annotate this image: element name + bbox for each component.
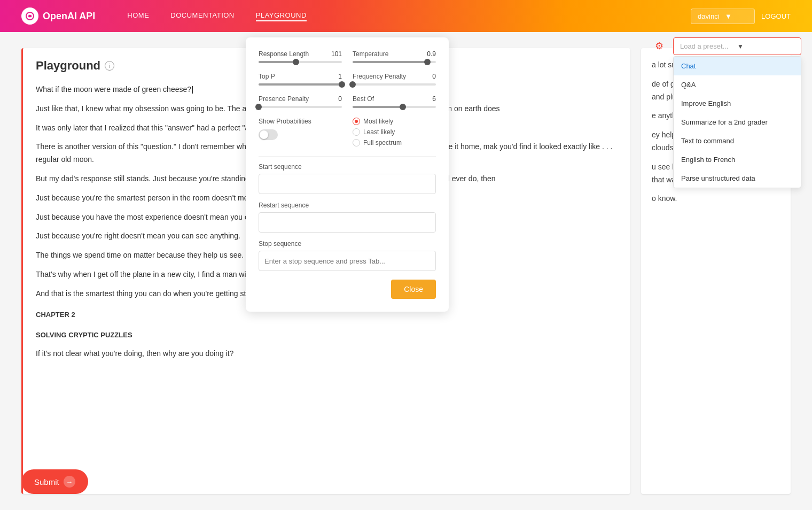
stop-sequence-input[interactable] (259, 251, 436, 271)
preset-item-chat[interactable]: Chat (674, 57, 801, 75)
radio-group: Most likely Least likely Full spectrum (353, 118, 436, 146)
frequency-penalty-slider[interactable] (353, 83, 436, 86)
restart-sequence-input[interactable] (259, 212, 436, 233)
preset-item-text-to-command[interactable]: Text to command (674, 132, 801, 150)
frequency-penalty-label: Frequency Penalty 0 (353, 73, 436, 80)
preset-item-summarize[interactable]: Summarize for a 2nd grader (674, 113, 801, 132)
preset-dropdown: Chat Q&A Improve English Summarize for a… (673, 56, 801, 188)
top-p-slider[interactable] (259, 83, 342, 86)
presence-penalty-label: Presence Penalty 0 (259, 95, 342, 103)
nav-documentation[interactable]: DOCUMENTATION (170, 11, 234, 21)
response-length-slider[interactable] (259, 61, 342, 63)
top-p-thumb (339, 81, 345, 88)
preset-item-improve-english[interactable]: Improve English (674, 94, 801, 113)
settings-row-1: Response Length 101 Temperature 0.9 (259, 50, 436, 63)
preset-area: Load a preset... ▼ Chat Q&A Improve Engl… (673, 37, 801, 188)
radio-label-0: Most likely (363, 118, 393, 125)
main-content: Playground i What if the moon were made … (0, 32, 812, 510)
right-p5: o know. (652, 192, 780, 205)
settings-gear-icon[interactable]: ⚙ (651, 37, 668, 55)
response-length-label: Response Length 101 (259, 50, 342, 58)
logo: OpenAI API (21, 7, 95, 25)
frequency-penalty-col: Frequency Penalty 0 (353, 73, 436, 86)
radio-least-likely[interactable]: Least likely (353, 128, 436, 136)
page-title: Playground (36, 59, 100, 73)
settings-modal: Response Length 101 Temperature 0.9 (246, 37, 449, 312)
preset-selector[interactable]: Load a preset... ▼ (673, 37, 801, 55)
best-of-value: 6 (432, 95, 436, 103)
radio-circle-2 (353, 139, 360, 146)
radio-most-likely[interactable]: Most likely (353, 118, 436, 125)
preset-item-english-to-french[interactable]: English to French (674, 150, 801, 169)
show-probs-col: Show Probabilities (259, 118, 342, 146)
start-sequence-label: Start sequence (259, 163, 436, 171)
best-of-slider[interactable] (353, 106, 436, 108)
best-of-col: Best Of 6 (353, 95, 436, 108)
submit-label: Submit (34, 477, 59, 486)
info-icon[interactable]: i (105, 61, 114, 71)
presence-penalty-thumb (255, 104, 262, 110)
response-length-value: 101 (331, 50, 342, 58)
chapter2-text: If it's not clear what you're doing, the… (36, 347, 618, 360)
logout-button[interactable]: Logout (761, 12, 791, 20)
top-p-col: Top P 1 (259, 73, 342, 86)
radio-circle-0 (353, 118, 360, 125)
temperature-fill (353, 61, 427, 63)
header-right: davinci ▼ Logout (691, 9, 791, 24)
submit-arrow-icon: → (64, 476, 75, 488)
best-of-fill (353, 106, 403, 108)
temperature-slider[interactable] (353, 61, 436, 63)
radio-label-1: Least likely (363, 128, 395, 136)
top-p-fill (259, 83, 342, 86)
response-length-col: Response Length 101 (259, 50, 342, 63)
logo-icon (21, 7, 38, 25)
presence-penalty-slider[interactable] (259, 106, 342, 108)
submit-button[interactable]: Submit → (21, 469, 88, 494)
chevron-down-icon: ▼ (725, 12, 748, 20)
settings-row-4: Show Probabilities Most likely (259, 118, 436, 146)
show-probs-label: Show Probabilities (259, 118, 342, 125)
nav-playground[interactable]: PLAYGROUND (256, 11, 307, 21)
chevron-down-icon: ▼ (737, 43, 794, 50)
radio-dot-0 (355, 120, 358, 123)
radio-label-2: Full spectrum (363, 139, 402, 146)
divider (259, 156, 436, 157)
frequency-penalty-thumb (349, 81, 356, 88)
show-probs-toggle[interactable] (259, 129, 278, 140)
modal-footer: Close (259, 280, 436, 299)
start-sequence-input[interactable] (259, 174, 436, 194)
radio-full-spectrum[interactable]: Full spectrum (353, 139, 436, 146)
response-length-thumb (293, 59, 299, 65)
preset-item-parse-unstructured[interactable]: Parse unstructured data (674, 169, 801, 188)
model-selector[interactable]: davinci ▼ (691, 9, 755, 24)
settings-row-3: Presence Penalty 0 Best Of 6 (259, 95, 436, 108)
response-length-fill (259, 61, 296, 63)
restart-sequence-label: Restart sequence (259, 202, 436, 209)
temperature-value: 0.9 (427, 50, 436, 58)
main-nav: HOME DOCUMENTATION PLAYGROUND (127, 11, 691, 21)
stop-sequence-label: Stop sequence (259, 240, 436, 248)
logo-text: OpenAI API (43, 11, 95, 22)
cursor (192, 86, 193, 94)
temperature-label: Temperature 0.9 (353, 50, 436, 58)
radio-circle-1 (353, 128, 360, 136)
preset-item-qa[interactable]: Q&A (674, 75, 801, 94)
nav-home[interactable]: HOME (127, 11, 149, 21)
top-p-value: 1 (338, 73, 342, 80)
radio-col: Most likely Least likely Full spectrum (353, 118, 436, 146)
settings-row-2: Top P 1 Frequency Penalty 0 (259, 73, 436, 86)
frequency-penalty-value: 0 (432, 73, 436, 80)
temperature-thumb (424, 59, 431, 65)
header: OpenAI API HOME DOCUMENTATION PLAYGROUND… (0, 0, 812, 32)
best-of-label: Best Of 6 (353, 95, 436, 103)
temperature-col: Temperature 0.9 (353, 50, 436, 63)
toggle-knob (260, 130, 268, 139)
close-button[interactable]: Close (391, 280, 436, 299)
presence-penalty-value: 0 (338, 95, 342, 103)
model-label: davinci (698, 12, 721, 20)
preset-placeholder: Load a preset... (680, 42, 737, 50)
top-p-label: Top P 1 (259, 73, 342, 80)
best-of-thumb (400, 104, 406, 110)
presence-penalty-col: Presence Penalty 0 (259, 95, 342, 108)
chapter2-subtitle: SOLVING CRYPTIC PUZZLES (36, 329, 618, 341)
